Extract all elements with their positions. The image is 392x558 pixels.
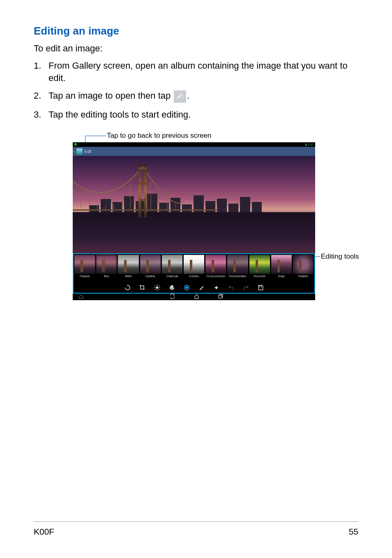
artistic-icon[interactable] <box>168 284 175 291</box>
page-footer: K00F 55 <box>34 521 358 537</box>
filter-duo-tone[interactable]: Duo-tone <box>249 255 270 282</box>
filter-label: Comics <box>189 275 198 278</box>
step-item: 2. Tap an image to open then tap . <box>34 90 358 102</box>
editing-tools-panel: Original Blur B&W Casting Charcoal Comic… <box>73 253 315 294</box>
filter-original[interactable]: Original <box>74 255 95 282</box>
filter-label: Blur <box>104 275 109 278</box>
svg-point-0 <box>181 93 182 94</box>
footer-page-number: 55 <box>349 527 358 537</box>
svg-point-24 <box>170 287 171 287</box>
svg-point-3 <box>182 97 183 98</box>
filter-bw[interactable]: B&W <box>118 255 138 282</box>
step-text: Tap an image to open then tap . <box>48 90 358 102</box>
image-canvas[interactable] <box>73 156 315 253</box>
footer-model: K00F <box>34 527 54 537</box>
step-number: 2. <box>34 90 48 102</box>
redo-icon[interactable] <box>242 284 249 291</box>
filter-label: Casting <box>145 275 155 278</box>
save-icon[interactable] <box>257 284 264 291</box>
callout-editing-tools: Editing tools <box>321 252 359 261</box>
filter-label: Charcoal <box>166 275 178 278</box>
battery-icon: ▮ <box>305 143 307 146</box>
step-text-part: Tap an image to open then tap <box>48 90 173 101</box>
svg-point-15 <box>156 286 158 289</box>
filter-documentary[interactable]: Documentary <box>227 255 248 282</box>
filter-feather[interactable]: Feather <box>293 255 314 282</box>
status-indicator-icon <box>74 143 77 146</box>
steps-list: 1. From Gallery screen, open an album co… <box>34 60 358 120</box>
section-heading: Editing an image <box>34 25 358 37</box>
step-number: 3. <box>34 109 48 121</box>
svg-point-26 <box>172 289 173 289</box>
sparkle-edit-icon <box>174 90 186 103</box>
step-number: 1. <box>34 60 48 84</box>
svg-line-20 <box>155 285 156 286</box>
svg-line-21 <box>159 289 159 290</box>
header-title: Edit <box>84 149 91 154</box>
filter-strip: Original Blur B&W Casting Charcoal Comic… <box>74 254 314 282</box>
status-time: 1:07 <box>308 143 314 146</box>
draw-icon[interactable] <box>198 284 205 291</box>
vignette-icon[interactable] <box>183 284 190 291</box>
step-item: 1. From Gallery screen, open an album co… <box>34 60 358 84</box>
apps-icon[interactable] <box>78 293 83 301</box>
svg-line-22 <box>155 289 156 290</box>
step-text: From Gallery screen, open an album conta… <box>48 60 358 84</box>
filter-label: Edge <box>278 275 285 278</box>
filter-blur[interactable]: Blur <box>96 255 117 282</box>
intro-text: To edit an image: <box>34 43 358 54</box>
undo-icon[interactable] <box>228 284 234 291</box>
filter-cross-process[interactable]: Cross-process <box>205 255 226 282</box>
svg-point-28 <box>185 286 188 289</box>
filter-comics[interactable]: Comics <box>184 255 204 282</box>
svg-rect-30 <box>219 295 222 298</box>
back-button[interactable]: ‹ <box>74 149 75 154</box>
step-text: Tap the editing tools to start editing. <box>48 109 358 121</box>
gallery-app-icon[interactable] <box>76 148 83 155</box>
system-nav-bar <box>73 294 315 300</box>
callout-line <box>315 256 321 257</box>
nav-home-icon[interactable] <box>194 293 199 301</box>
rotate-icon[interactable] <box>124 284 131 291</box>
magic-icon[interactable] <box>213 284 219 291</box>
filter-label: B&W <box>125 275 131 278</box>
crop-icon[interactable] <box>139 284 145 291</box>
app-header: ‹ Edit <box>73 147 315 156</box>
nav-recent-icon[interactable] <box>218 293 223 301</box>
status-bar: ▮ 1:07 <box>73 142 315 147</box>
callout-back: Tap to go back to previous screen <box>107 132 211 140</box>
filter-label: Duo-tone <box>254 275 265 278</box>
filter-label: Original <box>80 275 90 278</box>
nav-back-icon[interactable] <box>170 293 175 301</box>
step-text-part: . <box>187 90 189 101</box>
svg-point-2 <box>180 93 180 94</box>
filter-casting[interactable]: Casting <box>140 255 161 282</box>
tool-row <box>74 282 314 293</box>
filter-label: Feather <box>298 275 308 278</box>
filter-label: Documentary <box>229 275 247 278</box>
step-item: 3. Tap the editing tools to start editin… <box>34 109 358 121</box>
filter-edge[interactable]: Edge <box>271 255 292 282</box>
svg-point-25 <box>171 288 172 289</box>
app-screenshot: ▮ 1:07 ‹ Edit Original Blur B&W Casting <box>73 142 315 295</box>
filter-charcoal[interactable]: Charcoal <box>162 255 182 282</box>
svg-point-1 <box>182 95 183 96</box>
filter-label: Cross-process <box>207 275 225 278</box>
brightness-icon[interactable] <box>154 284 160 291</box>
bridge-cable-graphic <box>73 157 184 210</box>
water-graphic <box>73 212 315 253</box>
bridge-tower-graphic <box>138 164 147 218</box>
svg-line-23 <box>159 285 159 286</box>
